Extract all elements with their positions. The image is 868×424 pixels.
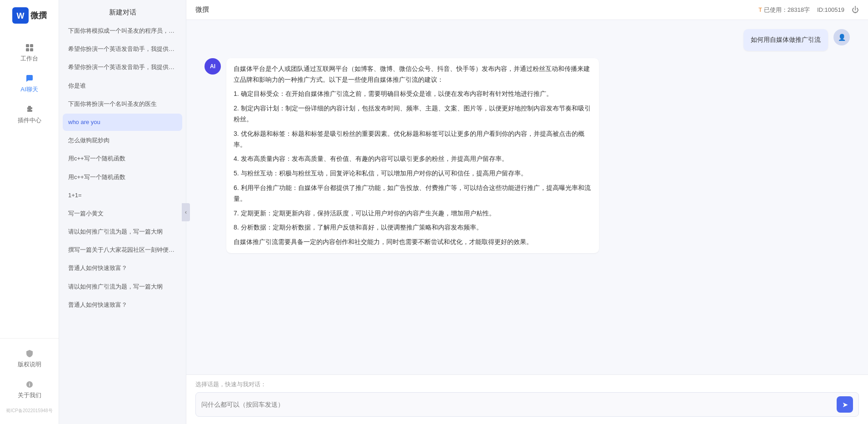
top-bar-right: T 已使用：28318字 ID:100519 ⏻ xyxy=(758,6,859,14)
chat-icon xyxy=(25,74,35,84)
user-id: ID:100519 xyxy=(817,6,844,13)
ai-chat-label: AI聊天 xyxy=(20,85,38,94)
svg-text:W: W xyxy=(16,11,24,20)
main-area: 微撰 T 已使用：28318字 ID:100519 ⏻ 👤 如何用自媒体做推广引… xyxy=(186,0,868,424)
message-input[interactable] xyxy=(201,401,837,408)
user-message-bubble: 如何用自媒体做推广引流 xyxy=(743,29,828,51)
chat-list-items: 下面你将模拟成一个叫圣友的程序员，我说...希望你扮演一个英语发音助手，我提供给… xyxy=(59,22,186,424)
collapse-button[interactable]: ‹ xyxy=(182,203,190,221)
ai-paragraph-4: 4. 发布高质量内容：发布高质量、有价值、有趣的内容可以吸引更多的粉丝，并提高用… xyxy=(234,154,592,165)
chat-list: 新建对话 下面你将模拟成一个叫圣友的程序员，我说...希望你扮演一个英语发音助手… xyxy=(59,0,186,424)
chat-list-item[interactable]: 你是谁 xyxy=(63,77,182,95)
chat-list-item[interactable]: 普通人如何快速致富？ xyxy=(63,259,182,277)
ai-paragraph-6: 6. 利用平台推广功能：自媒体平台都提供了推广功能，如广告投放、付费推广等，可以… xyxy=(234,183,592,205)
user-message-row: 👤 如何用自媒体做推广引流 xyxy=(205,29,850,51)
ai-paragraph-2: 2. 制定内容计划：制定一份详细的内容计划，包括发布时间、频率、主题、文案、图片… xyxy=(234,103,592,125)
send-icon: ➤ xyxy=(842,400,848,409)
puzzle-icon xyxy=(25,105,35,115)
ai-paragraph-1: 1. 确定目标受众：在开始自媒体推广引流之前，需要明确目标受众是谁，以便在发布内… xyxy=(234,89,592,100)
sidebar-item-ai-chat[interactable]: AI聊天 xyxy=(0,68,59,99)
sidebar-item-workbench[interactable]: 工作台 xyxy=(0,37,59,68)
ai-paragraph-0: 自媒体平台是个人或团队通过互联网平台（如博客、微博、微信公众号、抖音、快手等）发… xyxy=(234,64,592,85)
ai-paragraph-8: 8. 分析数据：定期分析数据，了解用户反馈和喜好，以便调整推广策略和内容发布频率… xyxy=(234,222,592,233)
chat-list-item[interactable]: who are you xyxy=(63,114,182,131)
input-row: ➤ xyxy=(195,392,859,417)
sidebar-nav: W 微撰 工作台 AI聊天 xyxy=(0,0,59,424)
copyright-label: 版权说明 xyxy=(18,360,41,369)
workbench-label: 工作台 xyxy=(20,55,38,63)
svg-rect-4 xyxy=(26,48,29,51)
chat-list-item[interactable]: 请以如何推广引流为题，写一篇大纲 xyxy=(63,278,182,295)
chat-list-item[interactable]: 写一篇小黄文 xyxy=(63,205,182,222)
grid-icon xyxy=(25,43,35,53)
user-message-text: 如何用自媒体做推广引流 xyxy=(751,36,821,43)
logo-icon: W xyxy=(12,7,29,24)
chat-list-item[interactable]: 1+1= xyxy=(63,187,182,204)
plugins-label: 插件中心 xyxy=(18,116,41,125)
ai-paragraph-7: 7. 定期更新：定期更新内容，保持活跃度，可以让用户对你的内容产生兴趣，增加用户… xyxy=(234,208,592,219)
new-chat-button[interactable]: 新建对话 xyxy=(59,0,186,22)
shield-icon xyxy=(25,349,35,359)
top-bar: 微撰 T 已使用：28318字 ID:100519 ⏻ xyxy=(186,0,868,20)
sidebar-item-copyright[interactable]: 版权说明 xyxy=(0,343,59,374)
send-button[interactable]: ➤ xyxy=(837,396,853,413)
ai-paragraph-5: 5. 与粉丝互动：积极与粉丝互动，回复评论和私信，可以增加用户对你的认可和信任，… xyxy=(234,168,592,179)
quick-topics-label: 选择话题，快速与我对话： xyxy=(195,380,859,389)
chat-list-item[interactable]: 怎么做狗屁炒肉 xyxy=(63,132,182,149)
chat-list-item[interactable]: 下面你将模拟成一个叫圣友的程序员，我说... xyxy=(63,22,182,40)
nav-items: 工作台 AI聊天 插件中心 xyxy=(0,37,59,338)
svg-rect-2 xyxy=(26,44,29,47)
sidebar-item-about[interactable]: i 关于我们 xyxy=(0,374,59,405)
chat-list-item[interactable]: 普通人如何快速致富？ xyxy=(63,296,182,314)
chat-list-item[interactable]: 用c++写一个随机函数 xyxy=(63,150,182,167)
chat-list-item[interactable]: 下面你将扮演一个名叫圣友的医生 xyxy=(63,95,182,113)
input-area: 选择话题，快速与我对话： ➤ xyxy=(186,374,868,424)
svg-text:i: i xyxy=(29,382,30,387)
about-label: 关于我们 xyxy=(18,391,41,399)
logo-text: 微撰 xyxy=(30,10,47,21)
user-avatar: 👤 xyxy=(833,29,850,45)
chevron-left-icon: ‹ xyxy=(185,209,187,215)
ai-avatar: AI xyxy=(205,58,221,75)
chat-list-item[interactable]: 撰写一篇关于八大家花园社区一刻钟便民生... xyxy=(63,241,182,259)
usage-info: T 已使用：28318字 xyxy=(758,6,810,14)
power-icon[interactable]: ⏻ xyxy=(852,6,859,14)
chat-list-item[interactable]: 请以如何推广引流为题，写一篇大纲 xyxy=(63,223,182,240)
text-count-icon: T xyxy=(758,6,762,13)
sidebar-item-plugins[interactable]: 插件中心 xyxy=(0,99,59,130)
icp-text: 蜀ICP备2022015948号 xyxy=(0,405,59,417)
chat-list-item[interactable]: 希望你扮演一个英语发音助手，我提供给你... xyxy=(63,40,182,58)
top-bar-title: 微撰 xyxy=(195,5,209,14)
nav-bottom: 版权说明 i 关于我们 蜀ICP备2022015948号 xyxy=(0,338,59,417)
ai-message-bubble: 自媒体平台是个人或团队通过互联网平台（如博客、微博、微信公众号、抖音、快手等）发… xyxy=(226,58,599,253)
ai-paragraph-3: 3. 优化标题和标签：标题和标签是吸引粉丝的重要因素。优化标题和标签可以让更多的… xyxy=(234,129,592,150)
ai-message-row: AI 自媒体平台是个人或团队通过互联网平台（如博客、微博、微信公众号、抖音、快手… xyxy=(205,58,850,253)
usage-text: 已使用：28318字 xyxy=(764,6,810,14)
chat-list-item[interactable]: 希望你扮演一个英语发音助手，我提供给你... xyxy=(63,59,182,76)
chat-messages: 👤 如何用自媒体做推广引流 AI 自媒体平台是个人或团队通过互联网平台（如博客、… xyxy=(186,20,868,374)
svg-rect-5 xyxy=(30,48,33,51)
svg-rect-3 xyxy=(30,44,33,47)
chat-list-item[interactable]: 用c++写一个随机函数 xyxy=(63,169,182,186)
ai-paragraph-9: 自媒体推广引流需要具备一定的内容创作和社交能力，同时也需要不断尝试和优化，才能取… xyxy=(234,237,592,248)
logo: W 微撰 xyxy=(8,7,51,24)
info-icon: i xyxy=(25,379,35,389)
